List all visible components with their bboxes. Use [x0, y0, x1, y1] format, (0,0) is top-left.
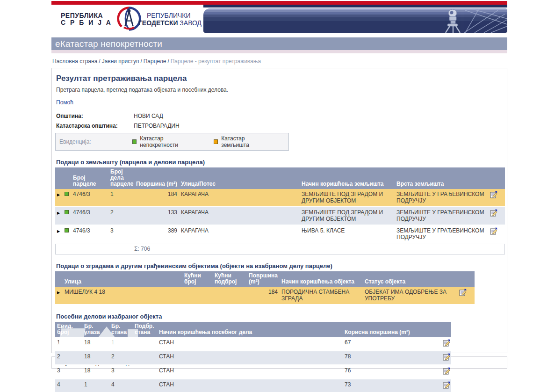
green-square-icon — [132, 139, 137, 144]
cell-unit-usage: СТАН — [157, 365, 343, 379]
republic-line1: РЕПУБЛИКА — [61, 12, 112, 19]
cell-flat-number: 2 — [109, 351, 133, 365]
org-line2-rest: ЗАВОД — [178, 19, 202, 27]
evidence-legend: Евиденција: Катастар непокретности Катас… — [55, 133, 289, 151]
details-column-header — [441, 322, 451, 337]
column-header: Начин коришћења објекта — [280, 271, 363, 287]
cell-street: КАРАГАЧА — [179, 225, 300, 244]
theodolite-illustration-icon — [404, 8, 507, 33]
cell-house-number — [182, 287, 213, 305]
buildings-table-row[interactable]: ▶ МИШЕЛУК 4 18 184 ПОРОДИЧНА СТАМБЕНА ЗГ… — [55, 287, 475, 305]
view-details-icon[interactable] — [443, 353, 450, 361]
column-header: Начин коришћења посебног дела — [157, 322, 343, 337]
column-header: Бр. стана — [109, 322, 133, 337]
buildings-section-title: Подаци о зградама и другим грађевинским … — [56, 262, 502, 269]
breadcrumb-home-link[interactable]: Насловна страна — [52, 58, 97, 65]
cell-flat-subnumber — [133, 337, 157, 351]
land-table-row[interactable]: ▶ 4746/3 3 389 КАРАГАЧА ЊИВА 5. КЛАСЕ ЗЕ… — [55, 225, 505, 244]
land-table-row[interactable]: ▶ 4746/3 1 184 КАРАГАЧА ЗЕМЉИШТЕ ПОД ЗГР… — [55, 189, 505, 207]
legend-item-label: Катастар земљишта — [221, 135, 273, 148]
units-table-row[interactable]: 1 18 1 СТАН 67 — [55, 337, 451, 351]
cell-part-number: 2 — [108, 207, 134, 225]
area-sum-value: Σ: 706 — [134, 246, 150, 252]
cell-flat-subnumber — [133, 379, 157, 392]
column-header: Кућни подброј — [213, 271, 247, 287]
breadcrumb-parcels-link[interactable]: Парцеле — [144, 58, 166, 65]
view-details-icon[interactable] — [443, 339, 450, 347]
cell-area: 184 — [134, 189, 179, 207]
column-header: Број дела парцеле — [108, 167, 134, 189]
org-name-label: РЕПУБЛИЧКИ ГЕОДЕТСКИ ЗАВОД — [144, 12, 202, 27]
org-line1: РЕПУБЛИЧКИ — [147, 12, 202, 19]
cell-usable-area: 67 — [343, 337, 441, 351]
cell-street: КАРАГАЧА — [179, 189, 300, 207]
breadcrumb-separator: / — [166, 58, 170, 65]
cell-house-subnumber — [213, 287, 247, 305]
land-table-row[interactable]: ▶ 4746/3 2 133 КАРАГАЧА ЗЕМЉИШТЕ ПОД ЗГР… — [55, 207, 505, 225]
cell-evidence-number: 3 — [55, 365, 82, 379]
cell-unit-usage: СТАН — [157, 337, 343, 351]
cell-flat-number: 1 — [109, 337, 133, 351]
main-content-panel: Резултат претраживања парцела Претрага п… — [51, 68, 507, 353]
legend-label: Евиденција: — [59, 138, 132, 145]
republic-serbia-label: РЕПУБЛИКА С Р Б И Ј А — [61, 12, 112, 26]
breadcrumb-public-access-link[interactable]: Јавни приступ — [102, 58, 139, 65]
units-table-row[interactable]: 2 18 2 СТАН 78 — [55, 351, 451, 365]
cell-land-type: ЗЕМЉИШТЕ У ГРАЂЕВИНСКОМ ПОДРУЧЈУ — [395, 189, 488, 207]
cell-street: МИШЕЛУК 4 18 — [63, 287, 182, 305]
expand-row-icon[interactable]: ▶ — [57, 229, 60, 234]
expander-column-header — [55, 167, 63, 189]
expand-row-icon[interactable]: ▶ — [57, 290, 60, 296]
details-column-header — [457, 271, 475, 287]
column-header: Кућни број — [182, 271, 213, 287]
cell-land-usage: ЗЕМЉИШТЕ ПОД ЗГРАДОМ И ДРУГИМ ОБЈЕКТОМ — [300, 189, 395, 207]
cell-flat-number: 3 — [109, 365, 133, 379]
cell-parcel-number: 4746/3 — [71, 189, 108, 207]
cell-parcel-number: 4746/3 — [71, 225, 108, 244]
help-link[interactable]: Помоћ — [56, 99, 73, 106]
view-details-icon[interactable] — [490, 227, 497, 235]
view-details-icon[interactable] — [443, 381, 450, 389]
view-details-icon[interactable] — [443, 367, 450, 375]
column-header: Улица — [63, 271, 182, 287]
cell-land-usage: ЊИВА 5. КЛАСЕ — [300, 225, 395, 244]
expand-row-icon[interactable]: ▶ — [57, 211, 60, 216]
cell-area: 133 — [134, 207, 179, 225]
column-header: Корисна површина (m²) — [343, 322, 441, 337]
units-table: Евид. број Бр. улаза Бр. стана Подбр. ст… — [55, 322, 451, 392]
land-table-header-row: Број парцеле Број дела парцеле Површина … — [55, 167, 505, 189]
cell-area: 389 — [134, 225, 179, 244]
evidence-green-icon — [65, 210, 69, 214]
cell-entrance-number: 1 — [82, 379, 109, 392]
units-table-row[interactable]: 3 18 3 СТАН 76 — [55, 365, 451, 379]
column-header: Врста земљишта — [395, 167, 488, 189]
view-details-icon[interactable] — [490, 191, 497, 198]
column-header: Бр. улаза — [82, 322, 109, 337]
expand-row-icon[interactable]: ▶ — [57, 192, 60, 198]
evidence-green-icon — [65, 228, 69, 232]
top-red-stripe — [51, 1, 507, 5]
view-details-icon[interactable] — [490, 209, 497, 217]
column-header: Површина (m²) — [134, 167, 179, 189]
cell-part-number: 3 — [108, 225, 134, 244]
cell-land-usage: ЗЕМЉИШТЕ ПОД ЗГРАДОМ И ДРУГИМ ОБЈЕКТОМ — [300, 207, 395, 225]
column-header: Подбр. стана — [133, 322, 157, 337]
land-table: Број парцеле Број дела парцеле Површина … — [55, 167, 505, 244]
cadastral-municipality-value: ПЕТРОВАРАДИН — [134, 123, 180, 129]
legend-item-land: Катастар земљишта — [214, 135, 273, 148]
municipality-value: НОВИ САД — [134, 113, 163, 119]
units-table-row[interactable]: 4 1 4 СТАН 73 — [55, 379, 451, 392]
units-section-title: Посебни делови изабраног објекта — [56, 313, 502, 320]
view-details-icon[interactable] — [459, 289, 467, 296]
buildings-table: Улица Кућни број Кућни подброј Површина … — [55, 271, 475, 305]
cell-building-usage: ПОРОДИЧНА СТАМБЕНА ЗГРАДА — [280, 287, 363, 305]
legend-item-label: Катастар непокретности — [140, 135, 201, 148]
cell-flat-number: 4 — [109, 379, 133, 392]
banner-navy-line — [203, 5, 507, 7]
breadcrumb-current: Парцеле - резултат претраживања — [171, 58, 261, 65]
rgz-logo: РЕПУБЛИКА С Р Б И Ј А РЕПУБЛИЧКИ ГЕОДЕТС… — [51, 5, 203, 34]
cell-land-type: ЗЕМЉИШТЕ У ГРАЂЕВИНСКОМ ПОДРУЧЈУ — [395, 207, 488, 225]
banner-image — [203, 8, 507, 33]
breadcrumb: Насловна страна/Јавни приступ/Парцеле/Па… — [52, 58, 507, 65]
app-title-bar: еКатастар непокретности — [51, 37, 507, 50]
